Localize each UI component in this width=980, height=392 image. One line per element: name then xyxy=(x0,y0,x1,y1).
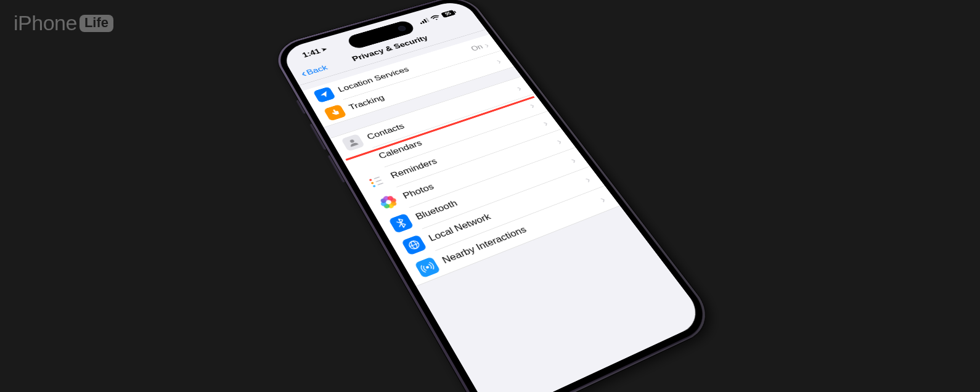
bluetooth-icon xyxy=(388,213,414,234)
svg-point-8 xyxy=(410,240,418,249)
location-arrow-icon xyxy=(313,86,336,103)
svg-rect-1 xyxy=(422,21,425,23)
local-network-icon xyxy=(401,234,427,255)
battery-icon: 95 xyxy=(441,9,457,18)
settings-row-nearby[interactable]: Nearby Interactions › xyxy=(402,186,620,286)
location-arrow-icon: ➤ xyxy=(320,46,328,53)
contacts-icon xyxy=(341,134,365,152)
logo-brand: iPhone xyxy=(14,11,77,35)
cellular-icon xyxy=(418,18,430,25)
nearby-icon xyxy=(414,256,441,278)
logo-badge: Life xyxy=(80,15,113,32)
calendar-icon xyxy=(353,153,377,171)
watermark-logo: iPhone Life xyxy=(14,11,113,35)
svg-point-7 xyxy=(407,240,420,250)
svg-line-9 xyxy=(410,243,419,247)
hand-icon xyxy=(324,104,347,121)
svg-rect-0 xyxy=(420,22,422,24)
status-time: 1:41 xyxy=(301,47,322,59)
svg-point-6 xyxy=(349,139,355,143)
row-label: Nearby Interactions xyxy=(440,195,604,266)
iphone-device: 1:41 ➤ 95 ‹ xyxy=(269,0,721,392)
photos-icon xyxy=(376,192,401,212)
wifi-icon xyxy=(430,14,441,21)
phone-screen: 1:41 ➤ 95 ‹ xyxy=(279,0,707,392)
